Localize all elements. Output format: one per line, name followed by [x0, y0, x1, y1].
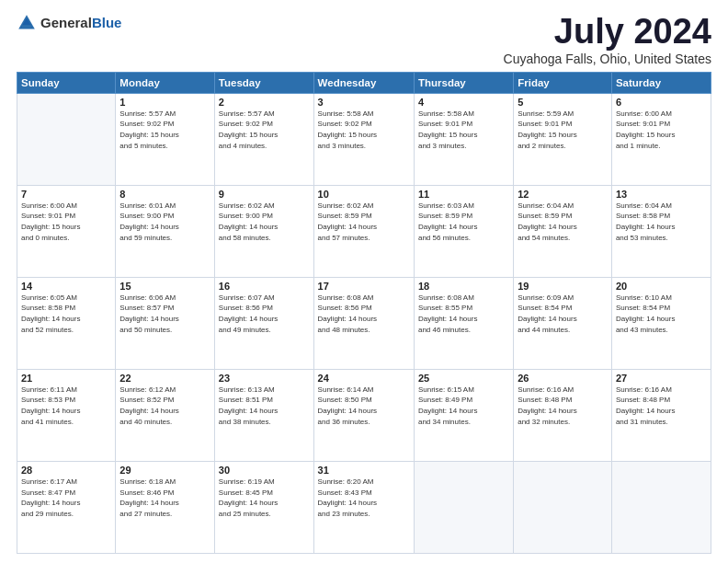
month-title: July 2024 [504, 13, 711, 52]
calendar-cell: 26Sunrise: 6:16 AMSunset: 8:48 PMDayligh… [514, 369, 612, 461]
day-info: Sunrise: 6:01 AMSunset: 9:00 PMDaylight:… [119, 201, 210, 243]
svg-rect-2 [22, 25, 32, 28]
calendar-cell: 17Sunrise: 6:08 AMSunset: 8:56 PMDayligh… [313, 277, 414, 369]
day-number: 21 [21, 373, 111, 384]
day-info: Sunrise: 6:18 AMSunset: 8:46 PMDaylight:… [119, 477, 210, 519]
calendar-cell: 31Sunrise: 6:20 AMSunset: 8:43 PMDayligh… [313, 461, 414, 553]
day-number: 16 [219, 281, 310, 292]
day-info: Sunrise: 6:12 AMSunset: 8:52 PMDaylight:… [119, 385, 210, 427]
calendar-cell: 25Sunrise: 6:15 AMSunset: 8:49 PMDayligh… [414, 369, 513, 461]
day-number: 12 [518, 189, 608, 200]
calendar-cell [414, 461, 513, 553]
day-header-sunday: Sunday [17, 72, 116, 93]
week-row-1: 1Sunrise: 5:57 AMSunset: 9:02 PMDaylight… [17, 93, 711, 185]
day-info: Sunrise: 6:05 AMSunset: 8:58 PMDaylight:… [21, 293, 111, 335]
day-number: 7 [21, 189, 111, 200]
day-number: 14 [21, 281, 111, 292]
calendar-cell: 28Sunrise: 6:17 AMSunset: 8:47 PMDayligh… [17, 461, 116, 553]
day-number: 22 [119, 373, 210, 384]
day-header-monday: Monday [116, 72, 215, 93]
day-number: 30 [219, 465, 310, 476]
calendar-cell [514, 461, 612, 553]
day-info: Sunrise: 6:20 AMSunset: 8:43 PMDaylight:… [318, 477, 410, 519]
calendar-cell: 29Sunrise: 6:18 AMSunset: 8:46 PMDayligh… [116, 461, 215, 553]
calendar-cell: 16Sunrise: 6:07 AMSunset: 8:56 PMDayligh… [214, 277, 313, 369]
day-header-wednesday: Wednesday [313, 72, 414, 93]
calendar-cell: 24Sunrise: 6:14 AMSunset: 8:50 PMDayligh… [313, 369, 414, 461]
day-header-tuesday: Tuesday [214, 72, 313, 93]
day-number: 31 [318, 465, 410, 476]
day-info: Sunrise: 5:58 AMSunset: 9:02 PMDaylight:… [318, 109, 410, 151]
week-row-5: 28Sunrise: 6:17 AMSunset: 8:47 PMDayligh… [17, 461, 711, 553]
day-number: 5 [518, 97, 608, 108]
day-number: 1 [119, 97, 210, 108]
day-number: 8 [119, 189, 210, 200]
day-header-saturday: Saturday [611, 72, 711, 93]
day-info: Sunrise: 6:07 AMSunset: 8:56 PMDaylight:… [219, 293, 310, 335]
calendar-cell: 6Sunrise: 6:00 AMSunset: 9:01 PMDaylight… [611, 93, 711, 185]
day-info: Sunrise: 6:09 AMSunset: 8:54 PMDaylight:… [518, 293, 608, 335]
calendar-cell: 8Sunrise: 6:01 AMSunset: 9:00 PMDaylight… [116, 185, 215, 277]
calendar-cell: 11Sunrise: 6:03 AMSunset: 8:59 PMDayligh… [414, 185, 513, 277]
day-info: Sunrise: 5:57 AMSunset: 9:02 PMDaylight:… [219, 109, 310, 151]
calendar-cell: 30Sunrise: 6:19 AMSunset: 8:45 PMDayligh… [214, 461, 313, 553]
day-number: 24 [318, 373, 410, 384]
day-number: 29 [119, 465, 210, 476]
calendar-cell: 3Sunrise: 5:58 AMSunset: 9:02 PMDaylight… [313, 93, 414, 185]
day-info: Sunrise: 6:06 AMSunset: 8:57 PMDaylight:… [119, 293, 210, 335]
day-number: 9 [219, 189, 310, 200]
day-info: Sunrise: 6:13 AMSunset: 8:51 PMDaylight:… [219, 385, 310, 427]
day-number: 26 [518, 373, 608, 384]
day-number: 15 [119, 281, 210, 292]
day-header-friday: Friday [514, 72, 612, 93]
day-number: 3 [318, 97, 410, 108]
calendar-cell: 12Sunrise: 6:04 AMSunset: 8:59 PMDayligh… [514, 185, 612, 277]
calendar-cell: 15Sunrise: 6:06 AMSunset: 8:57 PMDayligh… [116, 277, 215, 369]
day-number: 19 [518, 281, 608, 292]
week-row-4: 21Sunrise: 6:11 AMSunset: 8:53 PMDayligh… [17, 369, 711, 461]
calendar-cell: 1Sunrise: 5:57 AMSunset: 9:02 PMDaylight… [116, 93, 215, 185]
day-info: Sunrise: 6:16 AMSunset: 8:48 PMDaylight:… [518, 385, 608, 427]
day-info: Sunrise: 6:08 AMSunset: 8:56 PMDaylight:… [318, 293, 410, 335]
calendar-cell: 20Sunrise: 6:10 AMSunset: 8:54 PMDayligh… [611, 277, 711, 369]
header: GeneralBlue July 2024 Cuyahoga Falls, Oh… [17, 13, 711, 66]
day-number: 10 [318, 189, 410, 200]
logo-icon [17, 13, 37, 33]
day-info: Sunrise: 6:15 AMSunset: 8:49 PMDaylight:… [418, 385, 509, 427]
day-number: 28 [21, 465, 111, 476]
calendar-cell: 4Sunrise: 5:58 AMSunset: 9:01 PMDaylight… [414, 93, 513, 185]
day-info: Sunrise: 6:00 AMSunset: 9:01 PMDaylight:… [616, 109, 707, 151]
location-title: Cuyahoga Falls, Ohio, United States [504, 52, 711, 66]
day-number: 2 [219, 97, 310, 108]
calendar-cell: 23Sunrise: 6:13 AMSunset: 8:51 PMDayligh… [214, 369, 313, 461]
day-number: 23 [219, 373, 310, 384]
calendar-cell: 7Sunrise: 6:00 AMSunset: 9:01 PMDaylight… [17, 185, 116, 277]
calendar-cell: 19Sunrise: 6:09 AMSunset: 8:54 PMDayligh… [514, 277, 612, 369]
days-header-row: SundayMondayTuesdayWednesdayThursdayFrid… [17, 72, 711, 93]
calendar-cell: 5Sunrise: 5:59 AMSunset: 9:01 PMDaylight… [514, 93, 612, 185]
calendar-cell: 14Sunrise: 6:05 AMSunset: 8:58 PMDayligh… [17, 277, 116, 369]
calendar-cell: 21Sunrise: 6:11 AMSunset: 8:53 PMDayligh… [17, 369, 116, 461]
day-info: Sunrise: 6:03 AMSunset: 8:59 PMDaylight:… [418, 201, 509, 243]
day-info: Sunrise: 6:11 AMSunset: 8:53 PMDaylight:… [21, 385, 111, 427]
calendar-cell [17, 93, 116, 185]
day-number: 11 [418, 189, 509, 200]
calendar-table: SundayMondayTuesdayWednesdayThursdayFrid… [17, 72, 711, 554]
calendar-cell: 22Sunrise: 6:12 AMSunset: 8:52 PMDayligh… [116, 369, 215, 461]
day-number: 18 [418, 281, 509, 292]
day-info: Sunrise: 6:02 AMSunset: 9:00 PMDaylight:… [219, 201, 310, 243]
calendar-cell: 9Sunrise: 6:02 AMSunset: 9:00 PMDaylight… [214, 185, 313, 277]
calendar-cell: 10Sunrise: 6:02 AMSunset: 8:59 PMDayligh… [313, 185, 414, 277]
day-info: Sunrise: 6:19 AMSunset: 8:45 PMDaylight:… [219, 477, 310, 519]
day-info: Sunrise: 6:16 AMSunset: 8:48 PMDaylight:… [616, 385, 707, 427]
day-info: Sunrise: 5:58 AMSunset: 9:01 PMDaylight:… [418, 109, 509, 151]
logo-general: General [40, 15, 92, 30]
day-number: 17 [318, 281, 410, 292]
logo: GeneralBlue [17, 13, 121, 33]
day-info: Sunrise: 5:57 AMSunset: 9:02 PMDaylight:… [119, 109, 210, 151]
day-header-thursday: Thursday [414, 72, 513, 93]
calendar-cell: 18Sunrise: 6:08 AMSunset: 8:55 PMDayligh… [414, 277, 513, 369]
day-info: Sunrise: 6:04 AMSunset: 8:59 PMDaylight:… [518, 201, 608, 243]
day-info: Sunrise: 6:04 AMSunset: 8:58 PMDaylight:… [616, 201, 707, 243]
day-info: Sunrise: 5:59 AMSunset: 9:01 PMDaylight:… [518, 109, 608, 151]
